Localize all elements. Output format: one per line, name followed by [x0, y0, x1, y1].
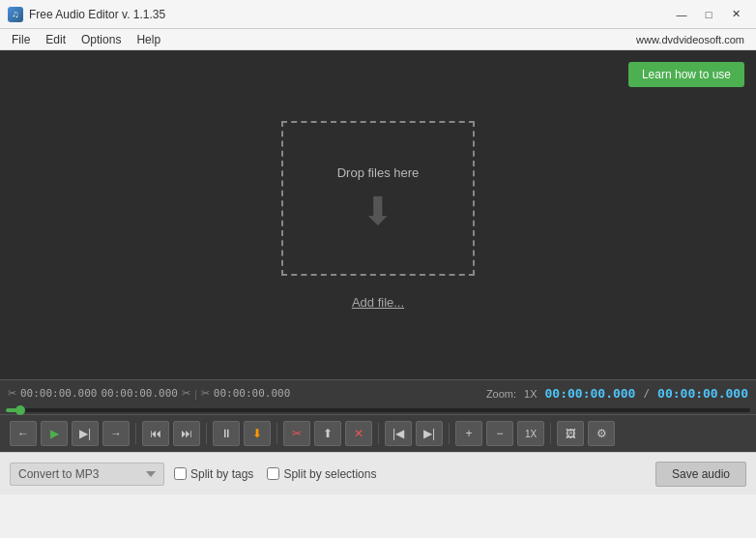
- delete-button[interactable]: ✕: [345, 421, 372, 446]
- sep5: [449, 423, 450, 444]
- menu-file[interactable]: File: [4, 31, 38, 48]
- menu-bar: File Edit Options Help www.dvdvideosoft.…: [0, 29, 756, 50]
- timeline-right: Zoom: 1X 00:00:00.000 / 00:00:00.000: [486, 386, 748, 401]
- sep4: [378, 423, 379, 444]
- sep3: [276, 423, 277, 444]
- menu-edit[interactable]: Edit: [38, 31, 73, 48]
- timeline-mid-time: 00:00:00.000: [214, 387, 290, 400]
- split-by-tags-checkbox[interactable]: [174, 467, 187, 480]
- timeline-bar: ✂ 00:00:00.000 00:00:00.000 ✂ | ✂ 00:00:…: [0, 379, 756, 406]
- menu-options[interactable]: Options: [73, 31, 129, 48]
- zoom-in-button[interactable]: +: [455, 421, 482, 446]
- add-file-link[interactable]: Add file...: [352, 295, 404, 310]
- export-button[interactable]: ⬆: [314, 421, 341, 446]
- progress-bar-container[interactable]: [0, 406, 756, 414]
- sep2: [206, 423, 207, 444]
- minimize-button[interactable]: —: [669, 5, 694, 24]
- main-area: Learn how to use Drop files here ⬇ Add f…: [0, 50, 756, 379]
- maximize-button[interactable]: □: [696, 5, 721, 24]
- bottom-bar: Convert to MP3 Split by tags Split by se…: [0, 452, 756, 494]
- zoom-value: 1X: [524, 388, 537, 400]
- close-button[interactable]: ✕: [723, 5, 748, 24]
- title-bar-controls: — □ ✕: [669, 5, 748, 24]
- download-button[interactable]: ⬇: [244, 421, 271, 446]
- title-bar-left: ♫ Free Audio Editor v. 1.1.35: [8, 7, 165, 22]
- split-by-selections-label[interactable]: Split by selections: [267, 467, 376, 481]
- scissors-left-icon: ✂: [8, 387, 16, 400]
- sep1: [135, 423, 136, 444]
- split-by-selections-checkbox[interactable]: [267, 467, 279, 480]
- drop-arrow-icon: ⬇: [362, 192, 394, 230]
- drop-text: Drop files here: [337, 165, 420, 180]
- zoom-label: Zoom:: [486, 388, 516, 400]
- current-time: 00:00:00.000: [545, 386, 636, 401]
- app-icon: ♫: [8, 7, 23, 22]
- scissors-mid-icon: ✂: [201, 387, 210, 400]
- total-time: 00:00:00.000: [657, 386, 748, 401]
- menu-help[interactable]: Help: [129, 31, 168, 48]
- zoom-1x-button[interactable]: 1X: [517, 421, 544, 446]
- cut-button[interactable]: ✂: [283, 421, 310, 446]
- pause-button[interactable]: ⏸: [213, 421, 240, 446]
- back-button[interactable]: ←: [10, 421, 37, 446]
- learn-button[interactable]: Learn how to use: [628, 62, 744, 87]
- timeline-sep1: |: [194, 388, 197, 400]
- split-by-tags-text: Split by tags: [190, 467, 253, 481]
- timeline-left: ✂ 00:00:00.000 00:00:00.000 ✂ | ✂ 00:00:…: [8, 387, 480, 400]
- save-audio-button[interactable]: Save audio: [655, 462, 746, 487]
- title-bar: ♫ Free Audio Editor v. 1.1.35 — □ ✕: [0, 0, 756, 29]
- next-track-button[interactable]: ⏭: [173, 421, 200, 446]
- timeline-start-time: 00:00:00.000: [20, 387, 97, 400]
- timeline-end-time: 00:00:00.000: [101, 387, 177, 400]
- audio-settings-button[interactable]: ⚙: [588, 421, 615, 446]
- mark-out-button[interactable]: ▶|: [416, 421, 443, 446]
- split-by-selections-text: Split by selections: [283, 467, 376, 481]
- transport-area: ← ▶ ▶| → ⏮ ⏭ ⏸ ⬇ ✂ ⬆ ✕ |◀ ▶| + − 1X 🖼 ⚙: [0, 414, 756, 452]
- scissors-right-icon: ✂: [182, 387, 190, 400]
- play-select-button[interactable]: ▶|: [72, 421, 99, 446]
- website-link: www.dvdvideosoft.com: [636, 34, 752, 45]
- play-button[interactable]: ▶: [41, 421, 68, 446]
- drop-zone[interactable]: Drop files here ⬇: [281, 121, 475, 276]
- progress-bar-track[interactable]: [6, 408, 750, 412]
- forward-button[interactable]: →: [102, 421, 130, 446]
- prev-track-button[interactable]: ⏮: [142, 421, 169, 446]
- zoom-out-button[interactable]: −: [486, 421, 513, 446]
- menu-items: File Edit Options Help: [4, 31, 168, 48]
- sep6: [550, 423, 551, 444]
- split-by-tags-label[interactable]: Split by tags: [174, 467, 253, 481]
- mark-in-button[interactable]: |◀: [385, 421, 412, 446]
- convert-select[interactable]: Convert to MP3: [10, 463, 164, 486]
- app-title: Free Audio Editor v. 1.1.35: [29, 8, 165, 21]
- snapshot-button[interactable]: 🖼: [557, 421, 584, 446]
- progress-bar-thumb[interactable]: [15, 405, 25, 415]
- checkbox-group: Split by tags Split by selections: [174, 467, 646, 481]
- time-separator: /: [643, 387, 650, 400]
